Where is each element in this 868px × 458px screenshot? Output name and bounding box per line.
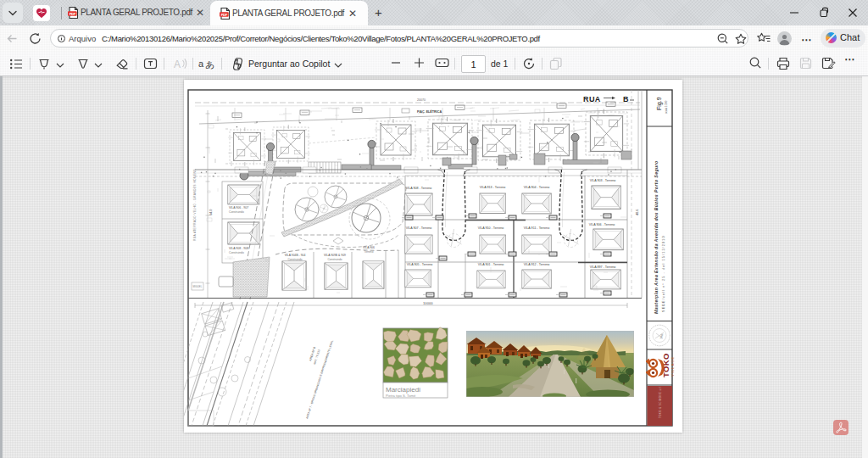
svg-text:VILA 906 - 907: VILA 906 - 907	[229, 206, 248, 209]
svg-text:a: a	[198, 59, 204, 69]
svg-text:VILA 897 - Terreno: VILA 897 - Terreno	[590, 265, 616, 269]
svg-text:VILA 905 - Terreno: VILA 905 - Terreno	[407, 263, 433, 266]
svg-text:Fig.9: Fig.9	[656, 97, 663, 110]
svg-text:VILA 912 - Terreno: VILA 912 - Terreno	[524, 263, 550, 266]
svg-text:64.0: 64.0	[209, 209, 213, 215]
svg-text:Construindo: Construindo	[229, 210, 244, 214]
svg-text:TOKO: TOKO	[661, 353, 670, 377]
svg-text:VILA 904 - Terreno: VILA 904 - Terreno	[524, 186, 550, 189]
svg-text:10000: 10000	[423, 301, 433, 305]
svg-text:VILA 906 - Terreno: VILA 906 - Terreno	[589, 223, 615, 226]
svg-text:VILA 907 - Terreno: VILA 907 - Terreno	[406, 226, 432, 230]
svg-text:あ: あ	[205, 59, 214, 70]
svg-text:VILA 908 - Terreno: VILA 908 - Terreno	[406, 187, 432, 190]
svg-text:VILA 901 - Terreno: VILA 901 - Terreno	[478, 263, 504, 266]
svg-text:A: A	[174, 59, 181, 70]
svg-text:RUA: RUA	[583, 95, 601, 103]
svg-text:PDF: PDF	[221, 13, 228, 17]
svg-text:VILA 913 - Terreno: VILA 913 - Terreno	[480, 186, 506, 189]
svg-text:Masterplan Area Extensão da Av: Masterplan Area Extensão da Avenida dos …	[654, 160, 659, 314]
svg-text:20070: 20070	[417, 98, 426, 102]
svg-text:PDF: PDF	[70, 12, 76, 16]
svg-text:VILA 906: VILA 906	[363, 246, 375, 249]
svg-text:Pietra tipo S. Tomé: Pietra tipo S. Tomé	[386, 394, 416, 398]
svg-text:VILA 911 - Terreno: VILA 911 - Terreno	[524, 226, 549, 230]
svg-text:RUA ATERRADO VELHO - GRANDES H: RUA ATERRADO VELHO - GRANDES HOMENS	[193, 169, 197, 241]
svg-text:VILA 908 - 908: VILA 908 - 908	[229, 247, 248, 250]
svg-text:Construindo: Construindo	[287, 258, 302, 261]
svg-text:scala 1:500: scala 1:500	[665, 100, 668, 114]
svg-text:TOKO & SCIMONE srl: TOKO & SCIMONE srl	[659, 387, 662, 418]
svg-text:FIAÇ. ELÉTRICA: FIAÇ. ELÉTRICA	[417, 109, 442, 114]
svg-text:SEDE/cell nº 25 - del 15/12/20: SEDE/cell nº 25 - del 15/12/2010	[662, 235, 665, 312]
svg-text:B: B	[623, 95, 629, 103]
svg-text:48.6: 48.6	[636, 209, 639, 215]
svg-text:VILA 903 - Terreno: VILA 903 - Terreno	[590, 179, 616, 182]
svg-text:Terreno: Terreno	[364, 250, 374, 254]
svg-text:Construindo: Construindo	[229, 251, 244, 254]
svg-text:VILA 910 - Terreno: VILA 910 - Terreno	[478, 226, 504, 230]
svg-text:VILA 909B & 909: VILA 909B & 909	[324, 254, 346, 257]
svg-text:Construindo: Construindo	[327, 258, 342, 261]
svg-text:VILLAGE: VILLAGE	[670, 356, 675, 377]
svg-text:MIGUEL: MIGUEL	[193, 285, 203, 288]
